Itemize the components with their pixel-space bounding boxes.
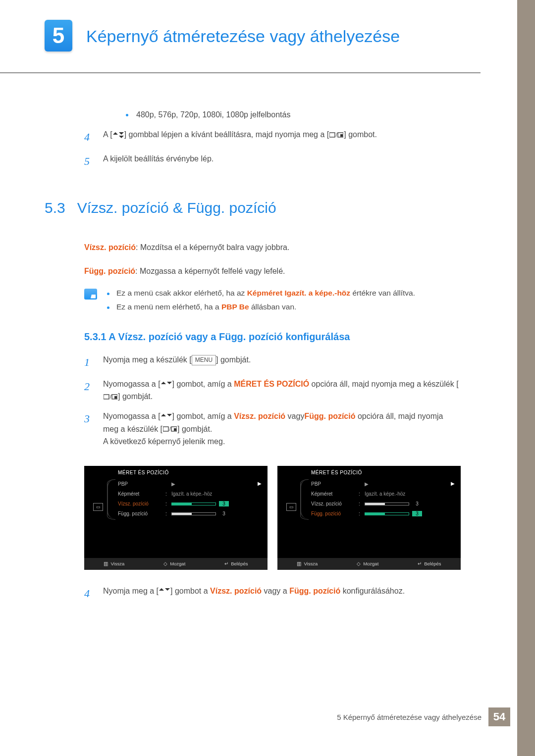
osd-panel-vposition: MÉRET ÉS POZÍCIÓ ▶ ▭ PBP▶ Képméret:Igazí… bbox=[277, 466, 461, 570]
highlight: MÉRET ÉS POZÍCIÓ bbox=[234, 380, 309, 388]
osd-enter: ↵ Belépés bbox=[418, 561, 441, 566]
pip-icon: ▭ bbox=[93, 503, 103, 511]
page-footer: 5 Képernyő átméretezése vagy áthelyezése… bbox=[337, 707, 510, 726]
osd-row-vizsz: Vízsz. pozíció bbox=[311, 501, 356, 506]
up-down-icon bbox=[161, 414, 172, 420]
osd-side-icons: ▭ bbox=[89, 479, 107, 519]
step-text: Nyomogassa a [] gombot, amíg a MÉRET ÉS … bbox=[103, 378, 461, 403]
svg-rect-18 bbox=[174, 428, 176, 431]
osd-row-kepmeret: Képméret bbox=[118, 491, 162, 497]
bullet-text: 480p, 576p, 720p, 1080i, 1080p jelfelbon… bbox=[136, 110, 290, 119]
osd-menu: PBP▶ Képméret:Igazít. a képe.-höz Vízsz.… bbox=[300, 479, 456, 519]
svg-marker-0 bbox=[113, 132, 118, 135]
svg-text:/: / bbox=[336, 132, 337, 138]
slider-icon bbox=[171, 503, 216, 505]
section-name: Vízsz. pozíció & Függ. pozíció bbox=[77, 200, 276, 216]
osd-value: 3 bbox=[412, 511, 422, 516]
pip-icon: ▭ bbox=[286, 503, 296, 511]
menu-button-label: MENU bbox=[192, 355, 216, 365]
term: Függ. pozíció bbox=[84, 267, 135, 275]
t: Nyomja meg a készülék [ bbox=[103, 355, 192, 364]
slider-icon bbox=[365, 503, 409, 505]
osd-panel-hposition: MÉRET ÉS POZÍCIÓ ▶ ▭ PBP▶ Képméret:Igazí… bbox=[84, 466, 268, 570]
osd-menu: PBP▶ Képméret:Igazít. a képe.-höz Vízsz.… bbox=[107, 479, 263, 519]
bullet-dot-icon bbox=[126, 114, 128, 116]
bullet-dot-icon bbox=[107, 306, 109, 309]
note-text: értékre van állítva. bbox=[350, 289, 415, 297]
osd-enter: ↵ Belépés bbox=[224, 561, 248, 566]
osd-row-fugg: Függ. pozíció bbox=[311, 511, 356, 516]
chapter-number-badge: 5 bbox=[45, 20, 72, 51]
step-number: 4 bbox=[84, 585, 94, 602]
osd-footer: ▥ Vissza ◇ Mozgat ↵ Belépés bbox=[277, 558, 461, 570]
step-text: Nyomja meg a készülék [MENU] gombját. bbox=[103, 353, 461, 371]
osd-move: ◇ Mozgat bbox=[357, 561, 378, 566]
t: konfigurálásához. bbox=[340, 587, 405, 595]
svg-marker-14 bbox=[167, 414, 172, 416]
footer-text: 5 Képernyő átméretezése vagy áthelyezése bbox=[337, 713, 482, 721]
step-number: 1 bbox=[84, 353, 94, 371]
svg-marker-2 bbox=[119, 132, 124, 135]
bullet-resolution: 480p, 576p, 720p, 1080i, 1080p jelfelbon… bbox=[84, 110, 461, 119]
slider-icon bbox=[365, 512, 409, 515]
note-highlight: PBP Be bbox=[221, 302, 249, 311]
up-down-icon bbox=[113, 132, 124, 138]
note-text: Ez a menü nem elérhető, ha a bbox=[116, 302, 221, 311]
chapter-title: Képernyő átméretezése vagy áthelyezése bbox=[86, 20, 400, 46]
step-4: 4 Nyomja meg a [] gombot a Vízsz. pozíci… bbox=[84, 585, 461, 602]
osd-footer: ▥ Vissza ◇ Mozgat ↵ Belépés bbox=[84, 558, 268, 570]
osd-value: 3 bbox=[412, 501, 422, 506]
svg-rect-9 bbox=[104, 395, 109, 399]
osd-row-kepmeret: Képméret bbox=[311, 491, 356, 497]
svg-text:/: / bbox=[169, 426, 171, 432]
desc: : Mozgassa a képernyőt felfelé vagy lefe… bbox=[135, 267, 285, 275]
svg-marker-1 bbox=[119, 136, 124, 138]
highlight: Függ. pozíció bbox=[304, 412, 355, 420]
osd-val: Igazít. a képe.-höz bbox=[365, 491, 405, 497]
osd-title: MÉRET ÉS POZÍCIÓ bbox=[311, 470, 456, 475]
up-down-icon bbox=[161, 382, 172, 388]
highlight: Vízsz. pozíció bbox=[210, 587, 262, 595]
step-4-top: 4 A [] gombbal lépjen a kívánt beállítás… bbox=[84, 128, 461, 146]
osd-side-icons: ▭ bbox=[282, 479, 300, 519]
t: ] gombját. bbox=[216, 355, 251, 364]
definition-vposition: Függ. pozíció: Mozgassa a képernyőt felf… bbox=[84, 265, 461, 278]
step-1: 1 Nyomja meg a készülék [MENU] gombját. bbox=[84, 353, 461, 371]
step-3: 3 Nyomogassa a [] gombot, amíg a Vízsz. … bbox=[84, 410, 461, 448]
note-block: Ez a menü csak akkor elérhető, ha az Kép… bbox=[84, 289, 461, 316]
note-text: Ez a menü csak akkor elérhető, ha az bbox=[116, 289, 247, 297]
desc: : Mozdítsa el a képernyőt balra vagy job… bbox=[136, 243, 289, 252]
step-5-top: 5 A kijelölt beállítás érvénybe lép. bbox=[84, 152, 461, 170]
subsection-heading: 5.3.1 A Vízsz. pozíció vagy a Függ. pozí… bbox=[84, 331, 461, 343]
rect-source-icon: / bbox=[163, 426, 177, 433]
bullet-dot-icon bbox=[107, 293, 109, 295]
step-number: 2 bbox=[84, 378, 94, 403]
page-number: 54 bbox=[488, 707, 510, 726]
osd-row-pbp: PBP bbox=[311, 481, 356, 487]
svg-rect-15 bbox=[163, 427, 168, 431]
svg-text:/: / bbox=[110, 394, 111, 400]
section-heading: 5.3 Vízsz. pozíció & Függ. pozíció bbox=[45, 200, 461, 216]
note-list: Ez a menü csak akkor elérhető, ha az Kép… bbox=[107, 289, 461, 316]
step-text: A [] gombbal lépjen a kívánt beállításra… bbox=[103, 128, 461, 146]
note-text: állásban van. bbox=[249, 302, 297, 311]
osd-row-fugg: Függ. pozíció bbox=[118, 511, 162, 516]
note-highlight: Képméret Igazít. a képe.-höz bbox=[247, 289, 350, 297]
osd-back: ▥ Vissza bbox=[104, 561, 124, 566]
osd-move: ◇ Mozgat bbox=[163, 561, 185, 566]
osd-val: Igazít. a képe.-höz bbox=[171, 491, 212, 497]
slider-icon bbox=[171, 512, 216, 515]
t: vagy bbox=[285, 412, 304, 420]
note-icon bbox=[84, 289, 97, 300]
section-number: 5.3 bbox=[45, 200, 65, 216]
highlight: Vízsz. pozíció bbox=[234, 412, 285, 420]
step-text: A kijelölt beállítás érvénybe lép. bbox=[103, 152, 461, 170]
note-item: Ez a menü nem elérhető, ha a PBP Be állá… bbox=[107, 302, 461, 311]
step-text: Nyomja meg a [] gombot a Vízsz. pozíció … bbox=[103, 585, 461, 602]
osd-back: ▥ Vissza bbox=[297, 561, 318, 566]
step-2: 2 Nyomogassa a [] gombot, amíg a MÉRET É… bbox=[84, 378, 461, 403]
highlight: Függ. pozíció bbox=[289, 587, 340, 595]
rect-source-icon: / bbox=[329, 132, 343, 139]
t: A következő képernyő jelenik meg. bbox=[103, 437, 225, 446]
step-text: Nyomogassa a [] gombot, amíg a Vízsz. po… bbox=[103, 410, 461, 448]
